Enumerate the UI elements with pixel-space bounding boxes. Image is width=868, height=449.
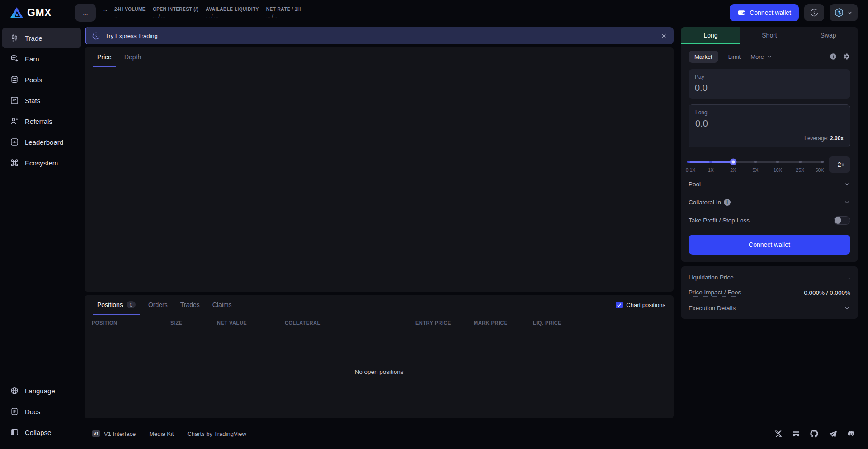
- order-type-market[interactable]: Market: [689, 51, 718, 63]
- express-trading-button[interactable]: [804, 4, 824, 21]
- sidebar-item-trade[interactable]: Trade: [2, 28, 81, 48]
- app-root: GMX ... ... - 24H VOLUME ... OPEN INTERE…: [0, 0, 868, 449]
- tab-depth[interactable]: Depth: [120, 47, 146, 67]
- info-icon[interactable]: [830, 53, 837, 60]
- tab-trades[interactable]: Trades: [176, 295, 204, 315]
- connect-wallet-button-header[interactable]: Connect wallet: [730, 4, 799, 21]
- tab-claims[interactable]: Claims: [208, 295, 236, 315]
- connect-wallet-label: Connect wallet: [750, 9, 791, 16]
- sidebar-item-stats[interactable]: Stats: [2, 90, 81, 111]
- long-input[interactable]: [695, 118, 844, 129]
- top-header: GMX ... ... - 24H VOLUME ... OPEN INTERE…: [0, 0, 868, 25]
- leverage-readout: Leverage: 2.00x: [695, 135, 844, 142]
- arbitrum-network-icon: [834, 8, 844, 18]
- sidebar-item-referrals[interactable]: Referrals: [2, 111, 81, 132]
- x-twitter-icon[interactable]: [774, 430, 782, 438]
- trade-panel-column: Long Short Swap: [681, 27, 858, 418]
- banner-close-button[interactable]: [660, 33, 667, 39]
- express-icon: [92, 32, 100, 40]
- chart-canvas-area[interactable]: [85, 67, 674, 292]
- tradingview-link[interactable]: Charts by TradingView: [187, 430, 246, 437]
- tab-swap[interactable]: Swap: [799, 27, 858, 44]
- long-field[interactable]: Long Leverage: 2.00x: [689, 104, 850, 147]
- check-icon: [617, 302, 622, 307]
- substack-icon[interactable]: [793, 430, 800, 437]
- slider-track[interactable]: [689, 161, 822, 163]
- column-mark-price: MARK PRICE: [474, 320, 533, 326]
- leverage-input[interactable]: [835, 161, 841, 168]
- liquidation-price-value: -: [849, 274, 851, 281]
- discord-icon[interactable]: [847, 430, 856, 438]
- collapse-sidebar-icon: [10, 428, 19, 437]
- sidebar-item-label: Collapse: [25, 429, 51, 436]
- leverage-slider-thumb[interactable]: [730, 158, 736, 165]
- express-icon: [810, 8, 819, 17]
- gear-glyph: [843, 53, 850, 60]
- sidebar-item-pools[interactable]: Pools: [2, 69, 81, 90]
- sidebar-item-label: Docs: [25, 408, 40, 416]
- order-type-more[interactable]: More: [750, 53, 772, 60]
- chart-positions-toggle[interactable]: Chart positions: [616, 295, 665, 315]
- chevron-down-icon: [847, 9, 853, 16]
- slider-mark-dot: [709, 161, 712, 163]
- gmx-logo-text: GMX: [27, 7, 52, 19]
- tab-positions[interactable]: Positions 0: [93, 295, 140, 315]
- liquidation-price-row: Liquidation Price -: [689, 269, 850, 285]
- leverage-input-box[interactable]: x: [829, 156, 850, 173]
- connect-wallet-button-panel[interactable]: Connect wallet: [689, 235, 850, 255]
- database-icon: [10, 75, 19, 84]
- github-icon[interactable]: [810, 430, 818, 438]
- candlestick-icon: [10, 33, 19, 43]
- tab-price[interactable]: Price: [93, 47, 116, 67]
- column-size: SIZE: [170, 320, 217, 326]
- pay-label: Pay: [695, 74, 844, 80]
- sidebar-item-earn[interactable]: Earn: [2, 48, 81, 69]
- chevron-down-icon: [844, 305, 850, 312]
- execution-details-row[interactable]: Execution Details: [689, 300, 850, 316]
- column-collateral: COLLATERAL: [285, 320, 415, 326]
- tab-long[interactable]: Long: [681, 27, 740, 44]
- tp-sl-toggle[interactable]: [834, 216, 850, 225]
- tab-short[interactable]: Short: [740, 27, 799, 44]
- collateral-in-row[interactable]: Collateral In i: [689, 194, 850, 210]
- order-type-row: Market Limit More: [689, 50, 850, 63]
- media-kit-link[interactable]: Media Kit: [149, 430, 174, 437]
- settings-gear-icon[interactable]: [843, 53, 850, 60]
- order-type-limit[interactable]: Limit: [728, 53, 741, 60]
- v1-badge: V1: [92, 430, 100, 437]
- positions-table-header: POSITION SIZE NET VALUE COLLATERAL ENTRY…: [85, 315, 674, 330]
- trade-box-body: Market Limit More: [681, 44, 858, 262]
- express-trading-banner[interactable]: Try Express Trading: [85, 27, 674, 44]
- market-selector-button[interactable]: ...: [75, 4, 96, 22]
- close-icon: [660, 33, 667, 39]
- sidebar-collapse-button[interactable]: Collapse: [2, 422, 81, 443]
- column-entry-price: ENTRY PRICE: [415, 320, 474, 326]
- sidebar: Trade Earn Pools: [0, 25, 84, 449]
- user-plus-icon: [10, 117, 19, 126]
- direction-tab-bar: Long Short Swap: [681, 27, 858, 44]
- sidebar-item-docs[interactable]: Docs: [2, 401, 81, 422]
- tab-orders[interactable]: Orders: [144, 295, 172, 315]
- network-selector-button[interactable]: [830, 4, 858, 21]
- market-selector-label: ...: [83, 9, 88, 16]
- telegram-icon[interactable]: [829, 430, 837, 438]
- gmx-logo[interactable]: GMX: [10, 7, 52, 19]
- stat-open-interest: OPEN INTEREST (/) ... / ...: [153, 7, 198, 19]
- pay-field[interactable]: Pay: [689, 69, 850, 99]
- main-column: Try Express Trading Price Depth: [85, 27, 674, 418]
- sidebar-item-label: Stats: [25, 97, 40, 104]
- wallet-icon: [737, 9, 745, 17]
- globe-icon: [10, 386, 19, 395]
- banner-text: Try Express Trading: [105, 33, 158, 39]
- chevron-down-icon: [844, 199, 850, 206]
- chart-positions-checkbox[interactable]: [616, 302, 623, 308]
- sidebar-item-ecosystem[interactable]: Ecosystem: [2, 152, 81, 173]
- sidebar-item-language[interactable]: Language: [2, 380, 81, 401]
- pool-selector-row[interactable]: Pool: [689, 176, 850, 192]
- sidebar-item-leaderboard[interactable]: Leaderboard: [2, 132, 81, 152]
- pay-input[interactable]: [695, 83, 844, 93]
- v1-interface-link[interactable]: V1 V1 Interface: [92, 430, 136, 437]
- leverage-slider[interactable]: 0.1X 1X 2X 5X 10X 25X 50X: [689, 156, 822, 174]
- order-row-icons: [830, 53, 850, 60]
- panels-row: Try Express Trading Price Depth: [84, 25, 868, 418]
